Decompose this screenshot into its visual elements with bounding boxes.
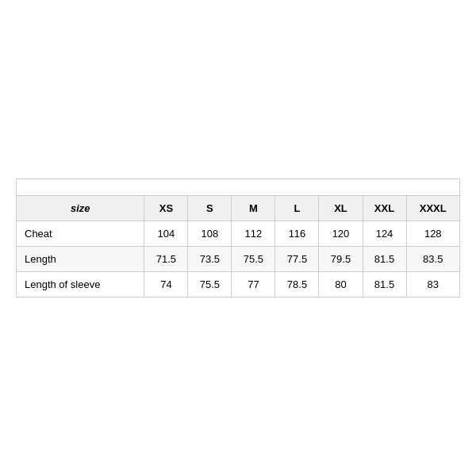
row-sleeve-s: 75.5 — [188, 272, 232, 298]
row-sleeve-xxl: 81.5 — [363, 272, 406, 298]
col-header-m: M — [232, 196, 275, 221]
col-header-xxxl: XXXL — [406, 196, 459, 221]
row-cheat-label: Cheat — [17, 221, 144, 247]
title-row — [17, 179, 460, 196]
row-cheat-m: 112 — [232, 221, 275, 247]
row-cheat-xxl: 124 — [363, 221, 406, 247]
row-length-label: Length — [17, 247, 144, 272]
row-cheat-l: 116 — [275, 221, 319, 247]
size-chart-container: size XS S M L XL XXL XXXL Cheat 104 108 … — [16, 178, 460, 298]
size-chart-table: size XS S M L XL XXL XXXL Cheat 104 108 … — [16, 178, 460, 298]
row-sleeve-xs: 74 — [144, 272, 188, 298]
row-length-xxl: 81.5 — [363, 247, 406, 272]
col-header-size: size — [17, 196, 144, 221]
row-sleeve: Length of sleeve 74 75.5 77 78.5 80 81.5… — [17, 272, 460, 298]
col-header-xl: XL — [319, 196, 363, 221]
header-row: size XS S M L XL XXL XXXL — [17, 196, 460, 221]
row-length-xxxl: 83.5 — [406, 247, 459, 272]
row-sleeve-l: 78.5 — [275, 272, 319, 298]
row-sleeve-xxxl: 83 — [406, 272, 459, 298]
row-length-l: 77.5 — [275, 247, 319, 272]
row-cheat-xl: 120 — [319, 221, 363, 247]
row-sleeve-label: Length of sleeve — [17, 272, 144, 298]
row-length-m: 75.5 — [232, 247, 275, 272]
col-header-s: S — [188, 196, 232, 221]
row-cheat-s: 108 — [188, 221, 232, 247]
table-title — [17, 179, 460, 196]
col-header-xxl: XXL — [363, 196, 406, 221]
row-sleeve-m: 77 — [232, 272, 275, 298]
row-length-xl: 79.5 — [319, 247, 363, 272]
row-length: Length 71.5 73.5 75.5 77.5 79.5 81.5 83.… — [17, 247, 460, 272]
row-length-s: 73.5 — [188, 247, 232, 272]
col-header-l: L — [275, 196, 319, 221]
row-cheat-xxxl: 128 — [406, 221, 459, 247]
row-cheat-xs: 104 — [144, 221, 188, 247]
col-header-xs: XS — [144, 196, 188, 221]
row-length-xs: 71.5 — [144, 247, 188, 272]
row-sleeve-xl: 80 — [319, 272, 363, 298]
row-cheat: Cheat 104 108 112 116 120 124 128 — [17, 221, 460, 247]
